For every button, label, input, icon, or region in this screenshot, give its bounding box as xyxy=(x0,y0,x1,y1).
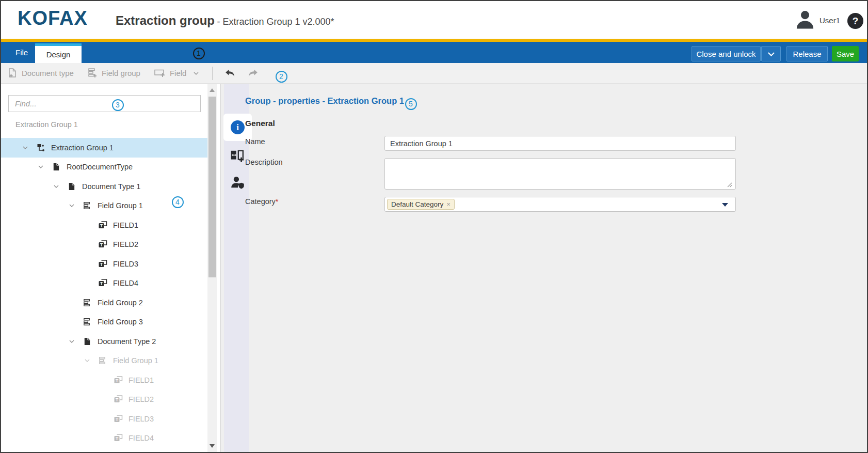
category-combobox[interactable]: Default Category × xyxy=(384,197,736,212)
tree-item[interactable]: RootDocumentType xyxy=(1,158,207,177)
chevron-placeholder xyxy=(68,299,78,306)
undo-button[interactable] xyxy=(224,69,237,78)
tree-item-label: FIELD2 xyxy=(128,395,154,403)
chevron-placeholder xyxy=(84,279,94,287)
save-button[interactable]: Save xyxy=(832,46,859,61)
chevron-placeholder xyxy=(99,415,109,423)
tab-permissions[interactable] xyxy=(230,175,246,191)
tree-item[interactable]: TFIELD3 xyxy=(1,254,207,274)
field-icon: T xyxy=(98,240,107,249)
tree-item[interactable]: TFIELD2 xyxy=(1,235,207,255)
chevron-placeholder xyxy=(68,318,78,325)
close-and-unlock-button[interactable]: Close and unlock xyxy=(692,46,761,61)
tab-design[interactable]: Design xyxy=(35,46,82,63)
document-icon xyxy=(67,182,76,191)
name-field[interactable] xyxy=(384,136,736,151)
combobox-dropdown-icon[interactable] xyxy=(722,203,728,207)
field-group-add-icon xyxy=(87,68,98,79)
chevron-placeholder xyxy=(99,396,109,403)
tree-item-label: Field Group 1 xyxy=(98,201,143,210)
app-header: KOFAX Extraction group - Extraction Grou… xyxy=(1,1,867,39)
description-field[interactable] xyxy=(384,158,736,190)
project-version-subtitle: - Extraction Group 1 v2.000* xyxy=(217,17,334,27)
module-title: Extraction group xyxy=(116,13,215,27)
chevron-placeholder xyxy=(99,377,109,384)
field-dropdown-chevron-icon[interactable] xyxy=(192,70,200,77)
tree-item[interactable]: Field Group 2 xyxy=(1,293,207,313)
field-group-icon xyxy=(98,356,107,365)
svg-text:T: T xyxy=(100,223,103,228)
tree-item-label: Field Group 3 xyxy=(98,318,143,326)
tree-item-label: FIELD4 xyxy=(128,434,154,442)
tree-item[interactable]: Document Type 1 xyxy=(1,177,207,196)
field-icon: T xyxy=(114,395,123,404)
add-document-type-button[interactable]: Document type xyxy=(7,68,74,79)
callout-annotation: 4 xyxy=(172,196,184,208)
tab-classification[interactable] xyxy=(230,148,246,164)
document-icon xyxy=(52,162,61,171)
tree-item-label: Field Group 1 xyxy=(113,356,158,365)
tree-item[interactable]: Extraction Group 1 xyxy=(1,138,207,158)
kofax-logo: KOFAX xyxy=(18,7,88,29)
chevron-placeholder xyxy=(84,260,94,268)
tree-item[interactable]: Document Type 2 xyxy=(1,332,207,351)
tree-item[interactable]: TFIELD4 xyxy=(1,429,207,448)
required-mark: * xyxy=(276,197,279,206)
scroll-down-icon[interactable] xyxy=(210,444,215,448)
tree-item-label: FIELD1 xyxy=(128,376,154,384)
scrollbar-thumb[interactable] xyxy=(208,97,216,277)
classification-add-icon xyxy=(230,148,246,164)
chevron-down-icon[interactable] xyxy=(84,357,94,364)
field-icon: T xyxy=(114,376,123,385)
username-label: User1 xyxy=(819,16,840,25)
svg-text:T: T xyxy=(116,417,119,422)
category-tag-label: Default Category xyxy=(391,200,443,208)
page-title: Extraction group - Extraction Group 1 v2… xyxy=(116,13,334,28)
tab-file[interactable]: File xyxy=(8,42,35,63)
field-icon: T xyxy=(114,414,123,424)
extraction-group-icon xyxy=(36,143,45,152)
add-field-group-button[interactable]: Field group xyxy=(87,68,140,79)
toolbar-separator xyxy=(212,67,213,80)
field-group-icon xyxy=(83,201,92,210)
field-icon: T xyxy=(98,221,107,230)
svg-text:T: T xyxy=(100,242,103,247)
search-input[interactable] xyxy=(8,95,201,112)
release-button[interactable]: Release xyxy=(786,46,828,61)
tree-scrollbar[interactable] xyxy=(207,84,217,452)
toolbar-item-label: Document type xyxy=(22,69,74,77)
user-avatar-icon[interactable] xyxy=(794,8,816,32)
tree-item[interactable]: TFIELD3 xyxy=(1,409,207,429)
document-icon xyxy=(83,337,92,346)
chevron-down-icon[interactable] xyxy=(22,144,32,151)
design-toolbar: Document type Field group Field xyxy=(1,63,867,84)
chevron-down-icon[interactable] xyxy=(37,163,47,170)
redo-button[interactable] xyxy=(247,69,260,78)
toolbar-item-label: Field xyxy=(170,69,187,77)
chevron-down-icon[interactable] xyxy=(68,338,78,345)
tree-item-label: FIELD4 xyxy=(113,279,138,287)
field-add-icon xyxy=(154,68,166,78)
chevron-down-icon[interactable] xyxy=(53,183,63,190)
tree-item[interactable]: Field Group 1 xyxy=(1,351,207,371)
tree-item[interactable]: TFIELD2 xyxy=(1,390,207,410)
scroll-up-icon[interactable] xyxy=(210,88,215,92)
add-field-button[interactable]: Field xyxy=(154,68,187,78)
close-and-unlock-dropdown[interactable] xyxy=(761,46,781,61)
resize-handle-icon[interactable] xyxy=(727,182,733,188)
document-type-add-icon xyxy=(7,68,18,79)
tree-item[interactable]: TFIELD1 xyxy=(1,215,207,235)
callout-annotation: 2 xyxy=(276,71,287,83)
tree-item[interactable]: TFIELD4 xyxy=(1,274,207,293)
user-permissions-icon xyxy=(230,175,246,191)
chevron-down-icon[interactable] xyxy=(68,202,78,209)
tree-item[interactable]: Field Group 3 xyxy=(1,313,207,332)
toolbar-item-label: Field group xyxy=(102,69,140,77)
ribbon-bar: File Design Close and unlock Release Sav… xyxy=(1,42,867,63)
chevron-placeholder xyxy=(84,222,94,229)
help-icon[interactable]: ? xyxy=(847,13,863,29)
tree-item[interactable]: TFIELD1 xyxy=(1,370,207,390)
remove-tag-icon[interactable]: × xyxy=(446,200,451,208)
tree-root-label: Extraction Group 1 xyxy=(15,120,78,129)
callout-annotation: 1 xyxy=(193,48,205,59)
